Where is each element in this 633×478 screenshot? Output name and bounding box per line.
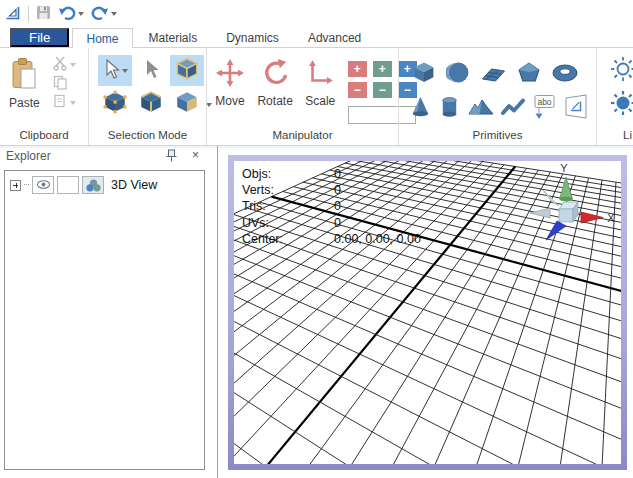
stat-center-value: 0.00, 0.00, 0.00 (334, 232, 421, 246)
expand-toggle[interactable] (10, 180, 21, 191)
primitive-cylinder-button[interactable] (438, 95, 461, 122)
sun-outline-icon (610, 70, 633, 85)
y-plus-button[interactable]: + (373, 61, 392, 77)
cube-icon (411, 60, 437, 88)
ribbon-group-lights: Li (596, 48, 633, 145)
x-minus-button[interactable]: − (348, 82, 367, 98)
primitive-plane-button[interactable] (480, 62, 507, 87)
cursor-select-button[interactable] (98, 55, 132, 86)
y-minus-button[interactable]: − (373, 82, 392, 98)
pin-button[interactable] (166, 149, 177, 165)
stat-verts-label: Verts: (242, 182, 334, 198)
axis-cone-y-base (560, 197, 573, 202)
viewport-canvas[interactable]: Objs:0 Verts:0 Tris:0 UVs:0 Center:0.00,… (234, 161, 621, 464)
primitive-torus-button[interactable] (551, 63, 579, 86)
object-cube-icon (174, 56, 200, 85)
rotate-button[interactable]: Rotate (253, 48, 296, 108)
face-mode-button[interactable] (170, 88, 204, 119)
plane-icon (480, 62, 507, 87)
tab-materials[interactable]: Materials (136, 28, 211, 47)
selection-mode-grid (98, 55, 204, 119)
primitive-sphere-button[interactable] (446, 60, 471, 88)
save-icon (36, 5, 51, 23)
vertex-cube-icon (102, 89, 128, 118)
pin-icon (166, 150, 177, 165)
axis-cone-z-icon[interactable] (546, 221, 566, 240)
scene-node-icon (82, 176, 104, 194)
quick-access-toolbar (0, 0, 633, 28)
stat-tris-label: Tris: (242, 198, 334, 214)
cut-scissors-icon (53, 56, 68, 74)
direct-select-button[interactable] (134, 55, 168, 86)
sphere-icon (446, 60, 471, 88)
paste-button[interactable]: Paste (5, 48, 44, 110)
lock-toggle-button[interactable] (57, 176, 79, 194)
tab-home[interactable]: Home (72, 28, 132, 48)
cut-dropdown-caret (70, 63, 76, 67)
primitive-cube-button[interactable] (411, 60, 437, 88)
edge-mode-button[interactable] (134, 88, 168, 119)
light-filled-button[interactable] (610, 90, 633, 119)
axis-cone-left-icon[interactable] (530, 208, 550, 218)
vertex-mode-button[interactable] (98, 88, 132, 119)
explorer-close-button[interactable]: × (192, 148, 199, 162)
explorer-title: Explorer (6, 149, 51, 163)
save-button[interactable] (36, 5, 51, 23)
clipboard-group-label: Clipboard (0, 129, 88, 141)
undo-button[interactable] (58, 5, 84, 24)
manipulator-group-label: Manipulator (207, 129, 398, 141)
undo-dropdown-caret (78, 12, 84, 16)
text-label-icon: abo (532, 94, 557, 123)
move-label: Move (215, 94, 244, 108)
visibility-eye-button[interactable] (32, 176, 54, 194)
stat-center-label: Center: (242, 231, 334, 247)
x-plus-button[interactable]: + (348, 61, 367, 77)
cylinder-icon (438, 95, 461, 122)
lights-group-label: Li (597, 129, 633, 141)
light-outline-button[interactable] (610, 56, 633, 85)
primitive-spline-button[interactable] (501, 97, 526, 119)
tree-item-3d-view[interactable]: 3D View (5, 171, 204, 194)
viewport-frame: Objs:0 Verts:0 Tris:0 UVs:0 Center:0.00,… (228, 155, 627, 470)
tab-advanced[interactable]: Advanced (295, 28, 374, 47)
stat-uvs-label: UVs: (242, 215, 334, 231)
torus-icon (551, 63, 579, 86)
copy-button[interactable] (52, 76, 77, 92)
polyhedron-icon (516, 61, 542, 87)
paste-label: Paste (9, 96, 40, 110)
scale-corner-icon (305, 58, 335, 91)
viewport-stats: Objs:0 Verts:0 Tris:0 UVs:0 Center:0.00,… (242, 166, 421, 247)
move-button[interactable]: Move (211, 48, 249, 108)
axis-cone-x-icon[interactable] (581, 212, 603, 223)
axis-cone-back-icon[interactable] (543, 190, 559, 206)
axis-gizmo[interactable]: Y X (521, 163, 621, 263)
tab-file[interactable]: File (10, 28, 69, 47)
sun-filled-icon (610, 104, 633, 119)
paste-special-caret (70, 101, 76, 105)
tree-connector (24, 184, 29, 186)
clipboard-small-buttons (52, 57, 77, 111)
paste-special-button[interactable] (52, 95, 77, 111)
primitive-terrain-button[interactable] (467, 96, 495, 120)
object-mode-button[interactable] (170, 55, 204, 86)
view-frame-icon (563, 93, 589, 123)
terrain-icon (467, 96, 495, 120)
primitive-view-frame-button[interactable] (563, 93, 589, 123)
tab-dynamics[interactable]: Dynamics (213, 28, 292, 47)
panel-splitter[interactable] (217, 146, 218, 478)
primitive-text-label-button[interactable]: abo (532, 94, 557, 123)
axis-cone-y-icon[interactable] (560, 177, 573, 199)
app-logo-icon (4, 4, 21, 25)
edge-cube-icon (138, 89, 164, 118)
gizmo-cube[interactable] (559, 202, 578, 222)
ribbon-group-selection-mode: Selection Mode (88, 48, 206, 145)
cut-button[interactable] (52, 57, 77, 73)
primitive-polyhedron-button[interactable] (516, 61, 542, 87)
primitives-group-label: Primitives (399, 129, 596, 141)
cone-icon (409, 95, 432, 121)
redo-button[interactable] (91, 5, 117, 24)
scale-button[interactable]: Scale (301, 48, 339, 108)
axis-label-x: X (607, 212, 615, 224)
stat-verts-value: 0 (334, 183, 341, 197)
primitive-cone-button[interactable] (409, 95, 432, 121)
